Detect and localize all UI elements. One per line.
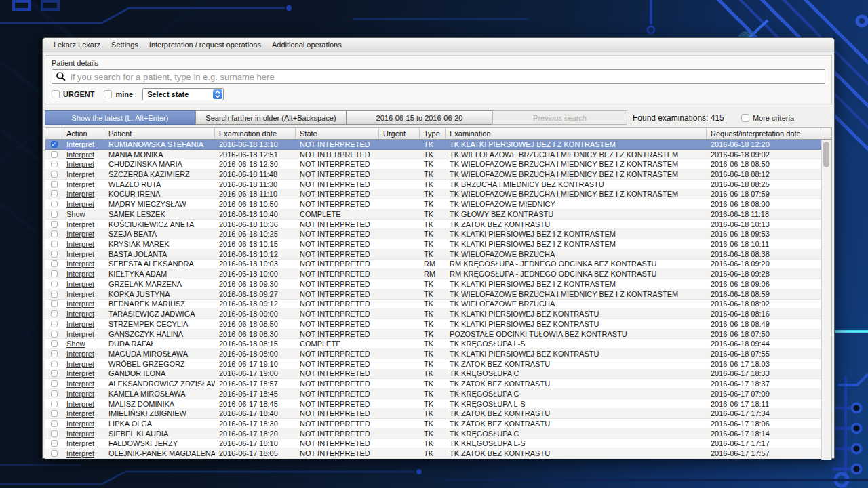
scrollbar-thumb[interactable]: [823, 142, 829, 167]
menu-item-1[interactable]: Settings: [106, 41, 144, 49]
row-checkbox[interactable]: [51, 161, 58, 167]
table-row[interactable]: InterpretKOŚCIUKIEWICZ ANETA2016-06-18 1…: [45, 220, 831, 230]
table-row[interactable]: InterpretBEDNAREK MARIUSZ2016-06-18 09:1…: [45, 300, 831, 310]
table-row[interactable]: InterpretKAMELA MIROSŁAWA2016-06-17 18:4…: [45, 389, 831, 399]
table-row[interactable]: ShowDUDA RAFAŁ2016-06-18 08:15COMPLETETK…: [45, 339, 831, 349]
row-checkbox[interactable]: [51, 270, 58, 277]
row-checkbox[interactable]: [51, 241, 58, 247]
row-checkbox[interactable]: [51, 151, 58, 158]
row-checkbox[interactable]: [51, 410, 58, 417]
action-link[interactable]: Interpret: [66, 390, 94, 398]
action-link[interactable]: Interpret: [66, 240, 94, 248]
date-range-button[interactable]: 2016-06-15 to 2016-06-20: [347, 110, 492, 125]
table-row[interactable]: InterpretMAGUDA MIROSŁAWA2016-06-18 08:0…: [45, 349, 831, 359]
action-link[interactable]: Interpret: [66, 350, 94, 358]
action-link[interactable]: Interpret: [66, 190, 94, 198]
table-row[interactable]: InterpretSIEBEL KLAUDIA2016-06-17 18:20N…: [45, 429, 831, 439]
action-link[interactable]: Interpret: [66, 150, 94, 159]
row-checkbox[interactable]: [51, 260, 58, 267]
row-checkbox[interactable]: [51, 181, 58, 188]
action-link[interactable]: Interpret: [66, 280, 94, 288]
row-checkbox[interactable]: [51, 211, 58, 218]
header-state[interactable]: State: [296, 128, 379, 139]
table-row[interactable]: InterpretCHUDZIŃSKA MARIA2016-06-18 12:3…: [45, 159, 831, 169]
table-row[interactable]: InterpretMANIA MONIKA2016-06-18 12:51NOT…: [45, 150, 831, 160]
row-checkbox[interactable]: [51, 390, 58, 397]
action-link[interactable]: Interpret: [66, 430, 94, 438]
more-criteria-checkbox[interactable]: [741, 114, 749, 122]
search-older-button[interactable]: Search farther in older (Alt+Backspace): [195, 110, 347, 125]
row-checkbox[interactable]: [51, 350, 58, 357]
row-checkbox[interactable]: [51, 281, 58, 287]
table-row[interactable]: InterpretBASTA JOLANTA2016-06-18 10:12NO…: [45, 249, 831, 260]
row-checkbox[interactable]: [51, 420, 58, 427]
action-link[interactable]: Interpret: [66, 320, 94, 328]
action-link[interactable]: Interpret: [66, 260, 94, 268]
header-examination-date[interactable]: Examination date: [215, 128, 296, 139]
table-row[interactable]: InterpretKOCUR IRENA2016-06-18 11:10NOT …: [45, 190, 831, 200]
row-checkbox[interactable]: [51, 201, 58, 207]
action-link[interactable]: Interpret: [66, 400, 94, 408]
table-row[interactable]: InterpretGANDOR ILONA2016-06-17 19:00NOT…: [45, 369, 831, 380]
action-link[interactable]: Interpret: [66, 409, 94, 418]
action-link[interactable]: Interpret: [66, 420, 94, 428]
header-patient[interactable]: Patient: [104, 128, 215, 139]
table-row[interactable]: InterpretALEKSANDROWICZ ZDZISŁAW2016-06-…: [45, 379, 831, 389]
table-row[interactable]: InterpretWRÓBEL GRZEGORZ2016-06-17 19:10…: [45, 359, 831, 369]
action-link[interactable]: Interpret: [66, 220, 94, 228]
header-type[interactable]: Type: [420, 128, 446, 139]
header-request-date[interactable]: Request/interpretation date: [707, 128, 821, 139]
header-urgent[interactable]: Urgent: [379, 128, 420, 139]
action-link[interactable]: Interpret: [66, 140, 94, 148]
table-row[interactable]: InterpretSTRZEMPEK CECYLIA2016-06-18 08:…: [45, 319, 831, 329]
row-checkbox[interactable]: [51, 380, 58, 387]
table-row[interactable]: InterpretKOPKA JUSTYNA2016-06-18 09:27NO…: [45, 289, 831, 300]
header-action[interactable]: Action: [62, 128, 104, 139]
mine-checkbox[interactable]: [104, 90, 112, 98]
row-checkbox[interactable]: [51, 450, 58, 457]
action-link[interactable]: Interpret: [66, 380, 94, 388]
row-checkbox[interactable]: [51, 251, 58, 258]
menu-item-2[interactable]: Interpretation / request operations: [144, 41, 267, 49]
table-row[interactable]: InterpretKRYSIAK MAREK2016-06-18 10:15NO…: [45, 239, 831, 249]
table-row[interactable]: InterpretSZEJA BEATA2016-06-18 10:25NOT …: [45, 229, 831, 239]
menu-item-3[interactable]: Additional operations: [267, 41, 347, 49]
patient-search-input[interactable]: if you search for a patient, type in e.g…: [52, 69, 825, 84]
action-link[interactable]: Interpret: [66, 250, 94, 258]
vertical-scrollbar[interactable]: [821, 140, 831, 460]
row-checkbox[interactable]: [51, 361, 58, 367]
row-checkbox[interactable]: [51, 221, 58, 228]
action-link[interactable]: Interpret: [66, 310, 94, 318]
table-row[interactable]: InterpretWLAZŁO RUTA2016-06-18 11:30NOT …: [45, 180, 831, 190]
state-select[interactable]: Select state: [142, 88, 224, 100]
table-row[interactable]: InterpretGANSZCZYK HALINA2016-06-18 08:3…: [45, 329, 831, 340]
action-link[interactable]: Interpret: [66, 369, 94, 378]
table-row[interactable]: ✓InterpretRUMIANOWSKA STEFANIA2016-06-18…: [45, 140, 831, 150]
row-checkbox[interactable]: [51, 230, 58, 237]
show-latest-button[interactable]: Show the latest (L. Alt+Enter): [45, 110, 195, 125]
table-row[interactable]: InterpretFAŁDOWSKI JERZY2016-06-17 18:10…: [45, 439, 831, 449]
header-examination[interactable]: Examination: [446, 128, 707, 139]
table-row[interactable]: InterpretKIEŁTYKA ADAM2016-06-18 10:00NO…: [45, 269, 831, 279]
row-checkbox[interactable]: ✓: [51, 141, 58, 148]
table-row[interactable]: InterpretTARASIEWICZ JADWIGA2016-06-18 0…: [45, 309, 831, 319]
action-link[interactable]: Interpret: [66, 330, 94, 338]
table-row[interactable]: ShowSAMEK LESZEK2016-06-18 10:40COMPLETE…: [45, 209, 831, 220]
table-row[interactable]: InterpretLIPKA OLGA2016-06-17 18:30NOT I…: [45, 419, 831, 429]
row-checkbox[interactable]: [51, 310, 58, 317]
row-checkbox[interactable]: [51, 370, 58, 377]
action-link[interactable]: Interpret: [66, 230, 94, 238]
action-link[interactable]: Interpret: [66, 200, 94, 208]
action-link[interactable]: Interpret: [66, 449, 94, 458]
menu-item-0[interactable]: Lekarz Lekarz: [48, 41, 106, 49]
row-checkbox[interactable]: [51, 440, 58, 447]
action-link[interactable]: Interpret: [66, 360, 94, 368]
row-checkbox[interactable]: [51, 291, 58, 298]
action-link[interactable]: Show: [66, 340, 85, 348]
action-link[interactable]: Interpret: [66, 290, 94, 298]
row-checkbox[interactable]: [51, 340, 58, 347]
row-checkbox[interactable]: [51, 430, 58, 437]
action-link[interactable]: Interpret: [66, 439, 94, 447]
row-checkbox[interactable]: [51, 321, 58, 327]
table-row[interactable]: InterpretMALISZ DOMINIKA2016-06-17 18:45…: [45, 399, 831, 409]
